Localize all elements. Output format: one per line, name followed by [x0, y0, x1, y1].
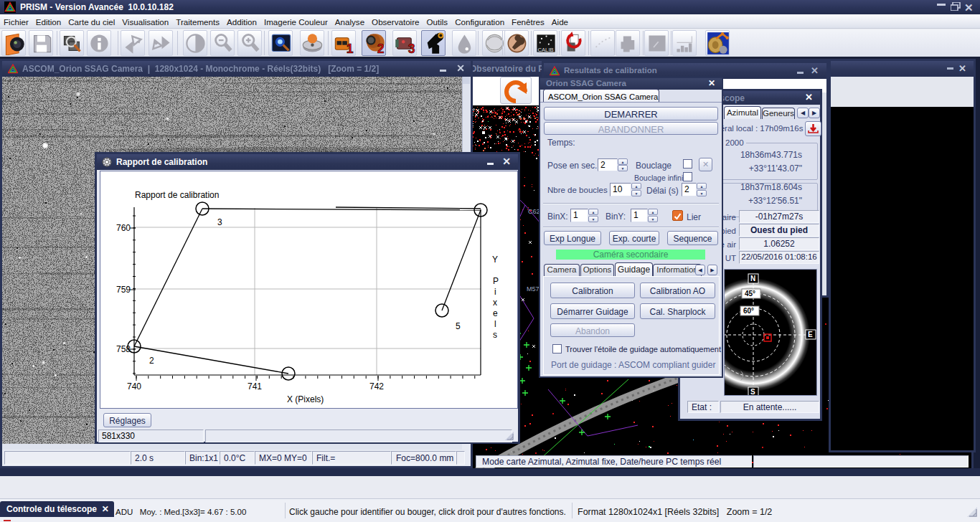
svg-text:760: 760	[116, 223, 131, 233]
svg-text:l: l	[494, 319, 496, 329]
svg-text:742: 742	[369, 381, 384, 392]
svg-text:740: 740	[127, 381, 141, 392]
svg-text:X (Pixels): X (Pixels)	[287, 394, 324, 404]
svg-text:E: E	[808, 331, 813, 338]
svg-text:N: N	[750, 275, 755, 283]
svg-text:S: S	[750, 388, 755, 395]
svg-text:Rapport de calibration: Rapport de calibration	[135, 190, 219, 200]
svg-text:5: 5	[456, 321, 461, 331]
svg-text:x: x	[493, 298, 497, 308]
svg-text:CALIB: CALIB	[537, 47, 553, 53]
svg-text:741: 741	[248, 381, 262, 392]
svg-text:60°: 60°	[743, 307, 754, 315]
svg-text:s: s	[493, 330, 497, 340]
svg-text:Y: Y	[492, 255, 498, 265]
svg-text:2: 2	[149, 356, 154, 366]
svg-text:3: 3	[217, 217, 222, 227]
svg-text:759: 759	[116, 285, 131, 295]
svg-text:3: 3	[408, 42, 415, 55]
svg-text:758: 758	[116, 344, 131, 354]
svg-text:1: 1	[347, 42, 354, 55]
svg-text:2: 2	[377, 42, 385, 55]
svg-text:e: e	[493, 308, 498, 318]
svg-text:i: i	[494, 287, 496, 297]
svg-text:45°: 45°	[745, 290, 755, 298]
svg-text:P: P	[493, 276, 499, 286]
